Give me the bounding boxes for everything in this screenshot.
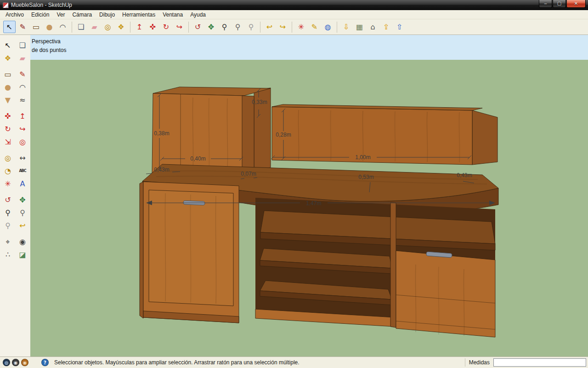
place-model-tool[interactable]: ⌂ xyxy=(367,21,379,33)
line-tool[interactable]: ✎ xyxy=(17,68,29,80)
position-camera-tool[interactable]: ⌖ xyxy=(2,236,14,248)
scale-tool-icon: ⇲ xyxy=(5,138,11,146)
toggle-terrain-tool[interactable]: ▦ xyxy=(353,21,366,33)
rectangle-tool[interactable]: ▭ xyxy=(2,68,14,80)
left-toolbar-row: ▭✎ xyxy=(1,68,29,80)
orbit-tool-icon: ↺ xyxy=(5,196,11,204)
walk-tool[interactable]: ∴ xyxy=(2,248,14,261)
signin-icon[interactable]: ◉ xyxy=(21,359,28,366)
arc-tool[interactable]: ◠ xyxy=(17,81,29,93)
move-tool[interactable]: ✜ xyxy=(147,21,159,33)
follow-me-tool-icon: ↪ xyxy=(19,126,25,133)
menu-ayuda[interactable]: Ayuda xyxy=(187,11,209,19)
get-models-tool[interactable]: ⇪ xyxy=(380,21,392,33)
geolocation-icon[interactable]: ◍ xyxy=(3,359,10,366)
section-plane-tool-icon: ◪ xyxy=(19,251,26,259)
menu-ver[interactable]: Ver xyxy=(53,11,68,19)
zoom-window-tool-icon: ⚲ xyxy=(20,209,25,217)
tape-measure-tool[interactable]: ◎ xyxy=(102,21,114,33)
arc-tool-icon: ◠ xyxy=(19,84,26,91)
pan-tool[interactable]: ✥ xyxy=(17,194,29,206)
menu-ventana[interactable]: Ventana xyxy=(159,11,187,19)
maximize-button[interactable]: ▢ xyxy=(553,0,566,8)
toolbar-top: ↖✎▭●◠❏▰◎❖↥✜↻↪↺✥⚲⚲⚲↩↪✳✎◍⇩▦⌂⇪⇧ xyxy=(0,19,588,35)
rotate-tool[interactable]: ↻ xyxy=(160,21,172,33)
scale-tool[interactable]: ⇲ xyxy=(2,136,14,148)
menu-dibujo[interactable]: Dibujo xyxy=(96,11,119,19)
push-pull-tool[interactable]: ↥ xyxy=(17,110,29,122)
pan-tool[interactable]: ✥ xyxy=(205,21,217,33)
protractor-tool[interactable]: ◔ xyxy=(2,165,14,177)
zoom-window-tool[interactable]: ⚲ xyxy=(17,207,29,219)
text-tool[interactable]: ABC xyxy=(17,165,29,177)
zoom-extents-tool[interactable]: ⚲ xyxy=(245,21,257,33)
get-models-tool-icon: ⇪ xyxy=(383,23,389,31)
zoom-tool[interactable]: ⚲ xyxy=(2,207,14,219)
make-component-tool[interactable]: ❏ xyxy=(17,39,29,52)
viewport[interactable]: Perspectiva de dos puntos xyxy=(30,35,588,356)
get-current-view-tool[interactable]: ⇩ xyxy=(340,21,352,33)
help-icon[interactable]: ? xyxy=(41,359,49,366)
close-button[interactable]: ✕ xyxy=(566,0,586,8)
circle-tool[interactable]: ● xyxy=(43,21,56,33)
freehand-tool[interactable]: ≈ xyxy=(17,94,29,106)
select-tool[interactable]: ↖ xyxy=(2,39,14,52)
menu-camara[interactable]: Cámara xyxy=(68,11,96,19)
orbit-tool[interactable]: ↺ xyxy=(192,21,204,33)
offset-tool-icon: ◎ xyxy=(19,138,26,146)
3d-text-tool[interactable]: A xyxy=(17,178,29,190)
text-tool[interactable]: ✎ xyxy=(308,21,321,33)
zoom-extents-tool[interactable]: ⚲ xyxy=(2,219,14,232)
dimension-tool[interactable]: ↔ xyxy=(17,152,29,164)
eraser-tool[interactable]: ▰ xyxy=(88,21,101,33)
google-earth-tool[interactable]: ◍ xyxy=(322,21,334,33)
dimension-label: 0,38m xyxy=(154,130,169,137)
circle-tool[interactable]: ● xyxy=(2,81,14,93)
tape-measure-tool[interactable]: ◎ xyxy=(2,152,14,164)
rectangle-tool[interactable]: ▭ xyxy=(30,21,42,33)
arc-tool[interactable]: ◠ xyxy=(57,21,69,33)
zoom-window-tool[interactable]: ⚲ xyxy=(232,21,244,33)
rotate-tool-icon: ↻ xyxy=(5,126,11,133)
rotate-tool-icon: ↻ xyxy=(163,23,169,31)
rotate-tool[interactable]: ↻ xyxy=(2,123,14,135)
look-around-tool[interactable]: ◉ xyxy=(17,236,29,248)
axes-tool[interactable]: ✳ xyxy=(295,21,307,33)
zoom-tool[interactable]: ⚲ xyxy=(218,21,231,33)
menu-herramientas[interactable]: Herramientas xyxy=(119,11,159,19)
measurements-input[interactable] xyxy=(493,358,586,367)
follow-me-tool[interactable]: ↪ xyxy=(173,21,186,33)
orbit-tool[interactable]: ↺ xyxy=(2,194,14,206)
paint-bucket-tool[interactable]: ❖ xyxy=(2,52,14,64)
place-model-tool-icon: ⌂ xyxy=(370,23,375,31)
eraser-tool[interactable]: ▰ xyxy=(17,52,29,64)
select-tool[interactable]: ↖ xyxy=(3,21,16,33)
minimize-button[interactable]: – xyxy=(539,0,552,8)
offset-tool[interactable]: ◎ xyxy=(17,136,29,148)
previous-view-tool[interactable]: ↩ xyxy=(263,21,276,33)
left-toolbar-row: ◔ABC xyxy=(1,165,29,177)
push-pull-tool[interactable]: ↥ xyxy=(133,21,146,33)
left-toolbar-row: ❖▰ xyxy=(1,52,29,64)
next-view-tool[interactable]: ↪ xyxy=(277,21,289,33)
menu-archivo[interactable]: Archivo xyxy=(2,11,28,19)
section-plane-tool[interactable]: ◪ xyxy=(17,248,29,261)
previous-view-tool-icon: ↩ xyxy=(266,23,272,31)
axes-tool[interactable]: ✳ xyxy=(2,178,14,190)
window-title: MuebleSalon - SketchUp xyxy=(11,2,72,8)
left-toolbar-row: ✳A xyxy=(1,178,29,190)
camera-mode-line2: de dos puntos xyxy=(32,46,66,55)
polygon-tool[interactable]: ▼ xyxy=(2,94,14,106)
follow-me-tool[interactable]: ↪ xyxy=(17,123,29,135)
paint-bucket-tool[interactable]: ❖ xyxy=(115,21,127,33)
titlebar[interactable]: MuebleSalon - SketchUp – ▢ ✕ xyxy=(0,0,588,10)
line-tool[interactable]: ✎ xyxy=(17,21,29,33)
menu-edicion[interactable]: Edición xyxy=(28,11,53,19)
make-component-tool[interactable]: ❏ xyxy=(75,21,87,33)
statusbar-divider xyxy=(465,358,465,367)
share-model-tool[interactable]: ⇧ xyxy=(393,21,406,33)
make-component-tool-icon: ❏ xyxy=(78,23,84,31)
move-tool[interactable]: ✜ xyxy=(2,110,14,122)
credits-icon[interactable]: ◉ xyxy=(12,359,19,366)
previous-view-tool[interactable]: ↩ xyxy=(17,219,29,232)
